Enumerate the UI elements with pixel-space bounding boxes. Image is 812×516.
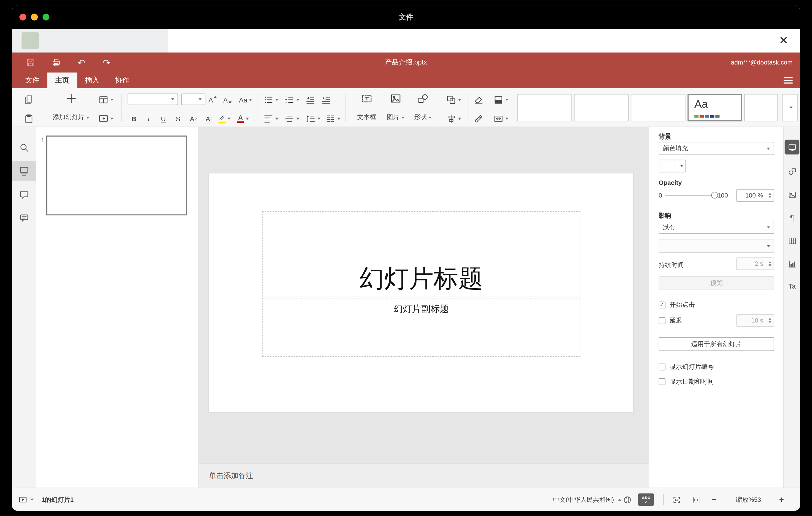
decrease-font-button[interactable]: A (223, 93, 232, 107)
zoom-out-button[interactable]: − (709, 493, 720, 506)
notes-area[interactable]: 单击添加备注 (199, 463, 649, 488)
delay-checkbox[interactable] (659, 317, 665, 324)
slides-panel-button[interactable] (12, 161, 36, 181)
opacity-slider[interactable] (665, 195, 715, 196)
line-spacing-icon (305, 114, 316, 124)
comments-panel-button[interactable] (12, 185, 36, 205)
show-date-time-row: 显示日期和时间 (659, 378, 714, 385)
title-placeholder[interactable]: 幻灯片标题 (262, 211, 581, 296)
language-button[interactable]: 中文(中华人民共和国) (538, 488, 621, 511)
insert-image-button[interactable]: 图片 (383, 91, 408, 125)
textart-settings-tab[interactable]: Ta (785, 278, 799, 293)
apply-to-all-slides-button[interactable]: 适用于所有幻灯片 (659, 337, 774, 351)
duration-spinner[interactable]: 2 s (736, 257, 774, 270)
chart-settings-tab[interactable] (785, 256, 799, 271)
theme-option-selected[interactable]: Aa (688, 94, 742, 122)
slide-layout-button[interactable] (98, 93, 113, 107)
start-on-click-checkbox[interactable]: ✓ (659, 301, 665, 308)
insert-textbox-button[interactable]: 文本框 (352, 91, 381, 125)
fit-width-icon (691, 495, 700, 504)
theme-option[interactable] (517, 94, 572, 122)
fill-color-swatch[interactable] (659, 160, 686, 173)
font-color-button[interactable]: A (237, 112, 249, 125)
transition-type-select[interactable] (659, 239, 774, 253)
slide-thumbnail[interactable] (46, 136, 187, 216)
zoom-level-label: 缩放%53 (725, 488, 772, 511)
font-name-select[interactable] (128, 93, 178, 105)
chevron-down-icon (275, 118, 278, 120)
chevron-down-icon (171, 98, 174, 100)
paste-button[interactable] (24, 112, 34, 125)
copy-button[interactable] (24, 93, 34, 107)
delay-spinner[interactable]: 10 s (736, 314, 774, 327)
table-settings-tab[interactable] (785, 233, 799, 248)
italic-button[interactable]: I (142, 112, 155, 125)
subtitle-placeholder[interactable]: 幻灯片副标题 (262, 298, 581, 357)
chevron-down-icon (86, 116, 89, 118)
superscript-button[interactable]: A2 (186, 112, 200, 125)
close-button[interactable]: ✕ (776, 33, 792, 49)
spell-check-button[interactable]: abc✓ (638, 493, 654, 506)
tab-collaboration[interactable]: 协作 (107, 73, 137, 88)
insert-shape-button[interactable]: 形状 (410, 91, 436, 125)
align-shape-button[interactable] (446, 112, 461, 125)
slide-size-button[interactable] (493, 112, 509, 125)
fit-to-width-button[interactable] (690, 493, 702, 506)
toolbar-divider (121, 93, 122, 122)
add-slide-button[interactable]: 添加幻灯片 (45, 91, 97, 125)
bullet-list-button[interactable] (263, 93, 278, 107)
tab-insert[interactable]: 插入 (77, 73, 107, 88)
columns-button[interactable] (325, 112, 340, 125)
zoom-in-button[interactable]: + (776, 493, 787, 506)
show-date-time-checkbox[interactable] (659, 378, 665, 385)
tab-file[interactable]: 文件 (17, 73, 47, 88)
background-label: 背景 (659, 133, 671, 141)
increase-indent-button[interactable] (321, 93, 331, 107)
slide-canvas[interactable]: 幻灯片标题 幻灯片副标题 (209, 173, 634, 412)
set-document-language-button[interactable] (621, 493, 633, 506)
arrange-shape-button[interactable] (446, 93, 461, 107)
subscript-button[interactable]: A2 (202, 112, 216, 125)
theme-option[interactable] (574, 94, 629, 122)
highlight-color-button[interactable] (218, 112, 231, 125)
underline-button[interactable]: U (157, 112, 170, 125)
shape-settings-tab[interactable] (785, 164, 799, 179)
opacity-spinner[interactable]: 100 % (736, 189, 774, 202)
start-slideshow-button[interactable] (19, 493, 34, 506)
shape-icon (417, 93, 429, 105)
theme-option[interactable] (744, 94, 778, 122)
image-settings-tab[interactable] (785, 187, 799, 202)
theme-option[interactable] (631, 94, 686, 122)
numbered-list-button[interactable] (284, 93, 299, 107)
slider-knob[interactable] (711, 192, 718, 198)
fit-to-slide-button[interactable] (670, 493, 683, 506)
horizontal-align-button[interactable] (263, 112, 278, 125)
change-case-button[interactable]: Aa (239, 93, 252, 107)
start-slideshow-toolbar-button[interactable] (98, 112, 113, 125)
transition-effect-select[interactable]: 没有 (659, 221, 774, 234)
strikethrough-button[interactable]: S (172, 112, 184, 125)
paragraph-settings-tab[interactable]: ¶ (785, 210, 799, 225)
vertical-align-button[interactable] (284, 112, 299, 125)
line-spacing-button[interactable] (305, 112, 320, 125)
clear-style-button[interactable] (473, 93, 484, 107)
decrease-indent-button[interactable] (305, 93, 316, 107)
shape-fill-button[interactable] (493, 93, 509, 107)
copy-style-button[interactable] (473, 112, 484, 125)
menu-button[interactable] (784, 77, 792, 83)
tab-home[interactable]: 主页 (47, 73, 77, 88)
show-slide-number-checkbox[interactable] (659, 363, 665, 370)
font-size-select[interactable] (181, 93, 205, 105)
background-fill-select[interactable]: 颜色填充 (659, 142, 774, 155)
spinner-arrows[interactable] (766, 258, 774, 269)
spinner-arrows[interactable] (766, 315, 774, 326)
slide-settings-tab[interactable] (785, 140, 799, 154)
chat-panel-button[interactable] (12, 208, 36, 228)
preview-button[interactable]: 预览 (659, 276, 774, 289)
theme-gallery-more-button[interactable] (782, 94, 798, 122)
search-panel-button[interactable] (12, 138, 36, 158)
spinner-arrows[interactable] (766, 190, 774, 201)
opacity-label: Opacity (659, 179, 682, 187)
bold-button[interactable]: B (128, 112, 140, 125)
increase-font-button[interactable]: A (208, 93, 217, 107)
